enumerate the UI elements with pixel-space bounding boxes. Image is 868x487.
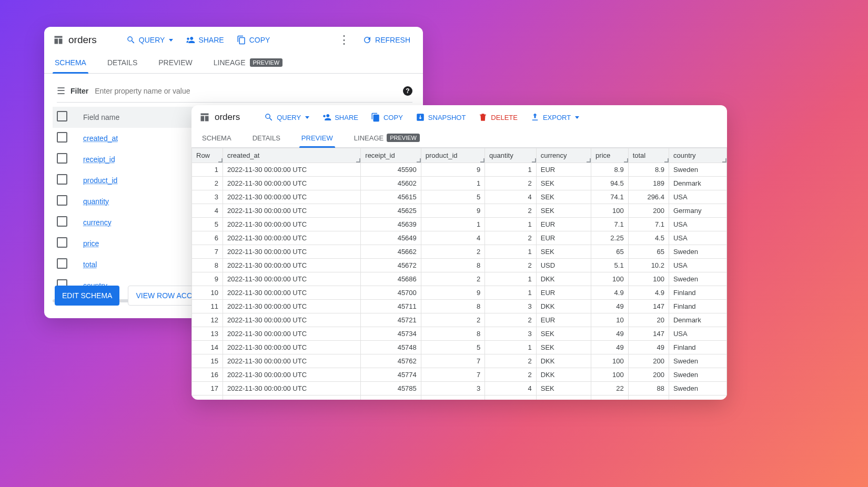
table-row: 182022-11-30 00:00:00 UTC4579532USD2.55G… xyxy=(192,395,727,400)
tab-lineage[interactable]: LINEAGEPREVIEW xyxy=(352,129,422,147)
refresh-button[interactable]: REFRESH xyxy=(358,32,415,48)
edit-schema-button[interactable]: EDIT SCHEMA xyxy=(55,286,119,306)
copy-button[interactable]: COPY xyxy=(233,32,275,48)
table-row: 52022-11-30 00:00:00 UTC4563911EUR7.17.1… xyxy=(192,218,727,231)
checkbox[interactable] xyxy=(57,174,67,185)
schema-header: orders QUERY SHARE COPY ⋮ REFRESH xyxy=(44,27,423,53)
col-created_at[interactable]: created_at xyxy=(223,148,361,163)
query-button[interactable]: QUERY xyxy=(260,109,314,125)
filter-input[interactable] xyxy=(94,86,398,96)
table-row: 72022-11-30 00:00:00 UTC4566221SEK6565Sw… xyxy=(192,245,727,259)
table-row: 32022-11-30 00:00:00 UTC4561554SEK74.129… xyxy=(192,190,727,204)
field-link[interactable]: price xyxy=(83,239,99,248)
table-row: 82022-11-30 00:00:00 UTC4567282USD5.110.… xyxy=(192,259,727,272)
chevron-down-icon xyxy=(169,39,173,42)
share-button[interactable]: SHARE xyxy=(318,109,362,125)
field-link[interactable]: created_at xyxy=(83,134,118,143)
help-icon[interactable]: ? xyxy=(403,86,412,96)
field-link[interactable]: receipt_id xyxy=(83,155,115,164)
tab-lineage[interactable]: LINEAGEPREVIEW xyxy=(211,53,285,73)
table-row: 62022-11-30 00:00:00 UTC4564942EUR2.254.… xyxy=(192,231,727,245)
table-icon xyxy=(199,111,210,123)
col-row[interactable]: Row xyxy=(192,148,223,163)
more-menu[interactable]: ⋮ xyxy=(334,33,354,47)
tab-schema[interactable]: SCHEMA xyxy=(53,53,88,73)
snapshot-button[interactable]: SNAPSHOT xyxy=(411,109,470,125)
checkbox[interactable] xyxy=(57,216,67,227)
field-link[interactable]: total xyxy=(83,260,97,269)
checkbox[interactable] xyxy=(57,258,67,269)
field-link[interactable]: currency xyxy=(83,218,112,227)
table-row: 132022-11-30 00:00:00 UTC4573483SEK49147… xyxy=(192,327,727,341)
col-price[interactable]: price xyxy=(591,148,629,163)
filter-label: Filter xyxy=(70,87,88,95)
field-link[interactable]: product_id xyxy=(83,176,117,185)
table-title: orders xyxy=(68,34,97,46)
table-row: 122022-11-30 00:00:00 UTC4572122EUR1020D… xyxy=(192,313,727,327)
table-row: 92022-11-30 00:00:00 UTC4568621DKK100100… xyxy=(192,272,727,286)
tab-preview[interactable]: PREVIEW xyxy=(299,129,335,147)
tab-details[interactable]: DETAILS xyxy=(105,53,139,73)
checkbox-all[interactable] xyxy=(57,111,67,121)
checkbox[interactable] xyxy=(57,132,67,143)
export-button[interactable]: EXPORT xyxy=(526,109,583,125)
filter-bar: ☰ Filter ? xyxy=(57,85,412,103)
table-row: 102022-11-30 00:00:00 UTC4570091EUR4.94.… xyxy=(192,286,727,300)
table-title: orders xyxy=(215,112,240,123)
data-table: Rowcreated_atreceipt_idproduct_idquantit… xyxy=(191,148,727,400)
table-row: 142022-11-30 00:00:00 UTC4574851SEK4949F… xyxy=(192,341,727,354)
table-row: 42022-11-30 00:00:00 UTC4562592SEK100200… xyxy=(192,204,727,218)
checkbox[interactable] xyxy=(57,153,67,164)
table-row: 162022-11-30 00:00:00 UTC4577472DKK10020… xyxy=(192,368,727,382)
col-receipt_id[interactable]: receipt_id xyxy=(361,148,421,163)
field-link[interactable]: quantity xyxy=(83,197,109,206)
filter-icon: ☰ xyxy=(57,85,65,97)
chevron-down-icon xyxy=(575,116,579,119)
checkbox[interactable] xyxy=(57,195,67,206)
table-row: 22022-11-30 00:00:00 UTC4560212SEK94.518… xyxy=(192,177,727,190)
preview-header: orders QUERY SHARE COPY SNAPSHOT DELETE … xyxy=(191,105,727,129)
col-country[interactable]: country xyxy=(669,148,726,163)
table-row: 12022-11-30 00:00:00 UTC4559091EUR8.98.9… xyxy=(192,163,727,177)
delete-button[interactable]: DELETE xyxy=(474,109,522,125)
tab-preview[interactable]: PREVIEW xyxy=(156,53,195,73)
col-currency[interactable]: currency xyxy=(536,148,591,163)
chevron-down-icon xyxy=(305,116,309,119)
preview-badge: PREVIEW xyxy=(250,58,283,67)
tab-details[interactable]: DETAILS xyxy=(250,129,282,147)
schema-tabs: SCHEMA DETAILS PREVIEW LINEAGEPREVIEW xyxy=(44,53,423,74)
copy-button[interactable]: COPY xyxy=(367,109,407,125)
tab-schema[interactable]: SCHEMA xyxy=(200,129,234,147)
query-button[interactable]: QUERY xyxy=(122,32,178,48)
share-button[interactable]: SHARE xyxy=(181,32,228,48)
checkbox[interactable] xyxy=(57,237,67,248)
table-row: 112022-11-30 00:00:00 UTC4571183DKK49147… xyxy=(192,300,727,313)
preview-panel: orders QUERY SHARE COPY SNAPSHOT DELETE … xyxy=(191,105,727,400)
col-product_id[interactable]: product_id xyxy=(421,148,485,163)
table-row: 172022-11-30 00:00:00 UTC4578534SEK2288S… xyxy=(192,382,727,395)
table-row: 152022-11-30 00:00:00 UTC4576272DKK10020… xyxy=(192,354,727,368)
preview-tabs: SCHEMA DETAILS PREVIEW LINEAGEPREVIEW xyxy=(191,129,727,148)
preview-badge: PREVIEW xyxy=(387,134,420,142)
table-icon xyxy=(53,34,64,46)
col-total[interactable]: total xyxy=(628,148,669,163)
col-quantity[interactable]: quantity xyxy=(485,148,537,163)
